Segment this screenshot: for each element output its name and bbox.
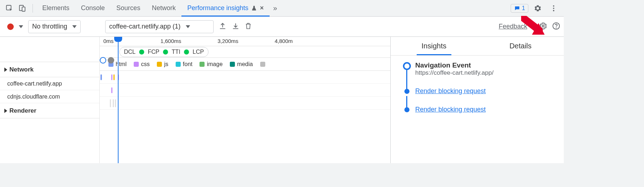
renderer-bar[interactable] <box>110 99 111 107</box>
insight-node-render-block[interactable]: Render blocking request <box>401 106 558 113</box>
kebab-menu-icon[interactable] <box>547 2 560 15</box>
insights-toolbar: No throttling coffee-cart.netlify.app (1… <box>0 17 564 37</box>
panel-tabs: Elements Console Sources Network Perform… <box>37 0 281 16</box>
marker-tti: TTI <box>172 49 180 55</box>
insights-tabs: Insights Details <box>391 37 564 56</box>
resource-legend: html css js font image media <box>100 58 390 71</box>
tab-console[interactable]: Console <box>75 0 111 16</box>
tab-sources[interactable]: Sources <box>111 0 146 16</box>
svg-rect-2 <box>22 7 25 11</box>
record-options-dropdown[interactable] <box>19 25 23 28</box>
export-icon[interactable] <box>219 22 227 31</box>
delete-icon[interactable] <box>245 22 252 31</box>
device-toggle-icon[interactable] <box>16 2 29 15</box>
insight-title: Navigation Event <box>415 61 558 69</box>
request-bar[interactable] <box>100 74 102 80</box>
request-bar[interactable] <box>111 74 112 80</box>
renderer-bar[interactable] <box>113 99 114 107</box>
tab-performance-insights[interactable]: Performance insights × <box>181 0 270 16</box>
swatch-icon <box>230 62 235 67</box>
swatch-icon <box>157 62 162 67</box>
playhead-handle[interactable] <box>114 37 122 42</box>
help-icon[interactable] <box>552 22 560 31</box>
record-button[interactable] <box>7 23 14 30</box>
dot-icon <box>184 49 189 55</box>
render-blocking-link[interactable]: Render blocking request <box>415 106 486 113</box>
host-row[interactable]: coffee-cart.netlify.app <box>0 77 99 90</box>
swatch-icon <box>176 62 181 67</box>
main-area: Network coffee-cart.netlify.app cdnjs.cl… <box>0 37 564 163</box>
disclosure-triangle-icon <box>4 109 7 113</box>
ruler-tick: 4,800m <box>275 38 293 44</box>
timeline-panel[interactable]: 0ms 1,600ms 3,200ms 4,800m DCL FCP TTI L… <box>100 37 390 163</box>
network-track[interactable] <box>100 84 390 97</box>
timeline-node-icon <box>404 107 409 112</box>
section-renderer[interactable]: Renderer <box>0 103 99 118</box>
marker-dcl: DCL <box>124 49 136 55</box>
insights-panel: Insights Details Navigation Event https:… <box>390 37 564 163</box>
devtools-tabstrip: Elements Console Sources Network Perform… <box>0 0 564 17</box>
annotation-arrow-icon <box>521 16 546 38</box>
message-icon <box>514 5 520 11</box>
chevron-down-icon <box>72 25 77 28</box>
timing-markers-row: DCL FCP TTI LCP <box>100 46 390 58</box>
host-row[interactable]: cdnjs.cloudflare.com <box>0 90 99 103</box>
insight-url: https://coffee-cart.netlify.app/ <box>415 69 558 77</box>
marker-open-icon <box>100 57 106 64</box>
request-bar[interactable] <box>111 87 112 93</box>
recording-select[interactable]: coffee-cart.netlify.app (1) <box>105 20 214 33</box>
request-bar[interactable] <box>113 74 115 80</box>
playhead-line <box>118 37 119 163</box>
tab-insights[interactable]: Insights <box>391 37 477 55</box>
render-blocking-link[interactable]: Render blocking request <box>415 87 486 95</box>
experiment-icon <box>251 5 257 12</box>
time-ruler[interactable]: 0ms 1,600ms 3,200ms 4,800m <box>100 37 390 46</box>
inspect-element-icon[interactable] <box>3 2 16 15</box>
throttling-select[interactable]: No throttling <box>28 20 81 33</box>
dot-icon <box>139 49 144 55</box>
ruler-tick: 3,200ms <box>218 38 239 44</box>
import-icon[interactable] <box>232 22 240 31</box>
tab-network[interactable]: Network <box>146 0 181 16</box>
svg-point-3 <box>553 5 554 6</box>
insights-body: Navigation Event https://coffee-cart.net… <box>391 56 564 113</box>
more-tabs-icon[interactable]: » <box>270 4 281 12</box>
svg-point-8 <box>556 28 557 28</box>
renderer-bar[interactable] <box>115 99 116 107</box>
ruler-tick: 0ms <box>103 38 113 44</box>
ruler-tick: 1,600ms <box>160 38 181 44</box>
dot-icon <box>163 49 168 55</box>
marker-lcp: LCP <box>193 49 204 55</box>
tab-elements[interactable]: Elements <box>37 0 75 16</box>
section-network[interactable]: Network <box>0 62 99 77</box>
swatch-icon <box>134 62 139 67</box>
renderer-track[interactable] <box>100 97 390 110</box>
header-right-tools: 1 <box>511 0 560 16</box>
svg-point-5 <box>553 10 554 11</box>
insight-node-navigation[interactable]: Navigation Event https://coffee-cart.net… <box>401 61 558 77</box>
swatch-icon <box>260 62 265 67</box>
timeline-node-icon <box>403 62 411 70</box>
swatch-icon <box>199 62 205 67</box>
divider <box>33 4 33 13</box>
issues-count: 1 <box>522 5 525 12</box>
timeline-node-icon <box>404 89 409 94</box>
svg-point-4 <box>553 8 554 9</box>
close-tab-icon[interactable]: × <box>260 4 264 12</box>
network-track[interactable] <box>100 71 390 84</box>
marker-filled-icon <box>108 57 114 64</box>
insight-node-render-block[interactable]: Render blocking request <box>401 87 558 95</box>
timing-marker-pills: DCL FCP TTI LCP <box>119 47 209 57</box>
disclosure-triangle-icon <box>4 68 7 72</box>
left-sidebar: Network coffee-cart.netlify.app cdnjs.cl… <box>0 37 100 163</box>
issues-badge[interactable]: 1 <box>511 4 528 13</box>
chevron-down-icon <box>186 25 190 28</box>
marker-fcp: FCP <box>148 49 159 55</box>
tab-details[interactable]: Details <box>477 37 564 55</box>
settings-gear-icon[interactable] <box>531 2 544 15</box>
